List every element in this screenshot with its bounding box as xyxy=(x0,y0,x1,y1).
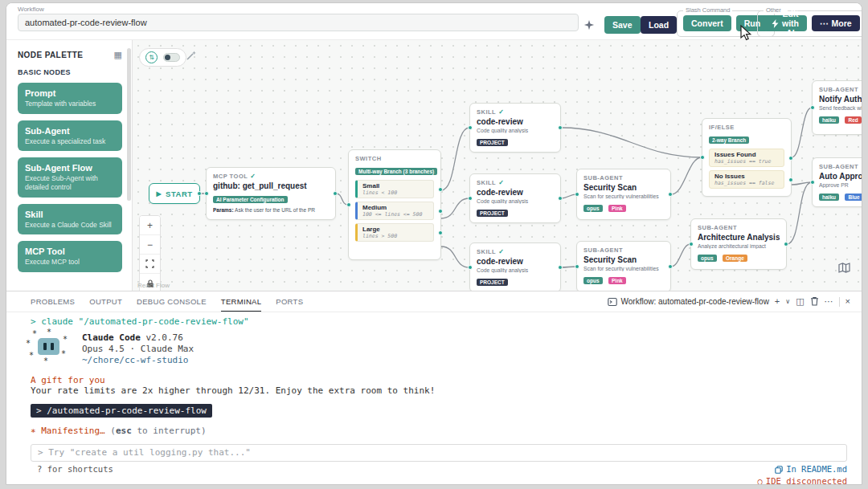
ide-status: ○ IDE disconnected xyxy=(758,476,847,485)
node-skill-1[interactable]: SKILL✓ code-review Code quality analysis… xyxy=(469,103,561,153)
logo-version: v2.0.76 xyxy=(141,332,183,343)
connector-handle[interactable] xyxy=(788,177,793,182)
node-start[interactable]: ▶ START xyxy=(149,183,200,204)
canvas-toggle[interactable] xyxy=(163,53,180,62)
check-icon: ✓ xyxy=(498,179,504,186)
zoom-out-button[interactable]: − xyxy=(140,235,160,255)
file-overlap-icon xyxy=(775,466,783,474)
workflow-name-field: Workflow xyxy=(18,6,579,31)
connector-handle[interactable] xyxy=(788,156,793,161)
connector-handle[interactable] xyxy=(204,191,209,196)
sidebar-scrollbar[interactable] xyxy=(127,48,131,201)
palette-item-mcp-tool[interactable]: MCP Tool Execute MCP tool xyxy=(18,241,122,272)
connector-handle[interactable] xyxy=(558,196,563,201)
palette-item-sub-agent-flow[interactable]: Sub-Agent Flow Execute Sub-Agent with de… xyxy=(18,157,122,197)
connector-handle[interactable] xyxy=(784,242,788,247)
tab-output[interactable]: OUTPUT xyxy=(89,291,122,312)
chevron-down-icon[interactable]: ∨ xyxy=(785,299,790,305)
tab-problems[interactable]: PROBLEMS xyxy=(31,291,75,312)
node-security-scan-1[interactable]: SUB-AGENT Security Scan Scan for securit… xyxy=(576,169,671,220)
node-type-label: MCP TOOL xyxy=(213,173,248,180)
close-panel-icon[interactable]: × xyxy=(845,297,850,306)
workflow-canvas[interactable]: ⇅ + − React Flow ▶ xyxy=(133,40,862,291)
node-skill-2[interactable]: SKILL✓ code-review Code quality analysis… xyxy=(469,173,561,223)
spinner-icon: ∗ xyxy=(31,426,36,436)
zoom-in-button[interactable]: + xyxy=(140,216,160,235)
node-auto-approve[interactable]: SUB-AGENT Auto Approve Approve PR haiku … xyxy=(812,157,862,207)
workflow-name-input[interactable] xyxy=(18,14,579,31)
terminal-actions: Workflow: automated-pr-code-review-flow … xyxy=(608,296,850,308)
node-if-else[interactable]: IF/ELSE 2-way Branch Issues Found has_is… xyxy=(702,118,792,197)
node-mcp-tool[interactable]: MCP TOOL✓ github: get_pull_request AI Pa… xyxy=(206,167,336,220)
panel-tab-bar: PROBLEMS OUTPUT DEBUG CONSOLE TERMINAL P… xyxy=(6,291,862,312)
more-actions-icon[interactable]: ⋯ xyxy=(825,297,833,306)
connector-handle[interactable] xyxy=(558,125,563,130)
new-terminal-icon[interactable]: + xyxy=(775,297,780,306)
connector-handle[interactable] xyxy=(810,105,815,110)
readme-status[interactable]: In README.md xyxy=(775,464,847,475)
trash-icon[interactable] xyxy=(810,296,819,308)
switch-case-medium[interactable]: Medium 100 <= lines <= 500 xyxy=(355,202,434,220)
color-badge: Pink xyxy=(608,205,626,212)
connector-handle[interactable] xyxy=(575,192,579,197)
connector-handle[interactable] xyxy=(333,191,338,196)
split-terminal-icon[interactable]: ◫ xyxy=(796,297,804,306)
canvas-mode-toolbar: ⇅ xyxy=(139,48,186,67)
tab-debug-console[interactable]: DEBUG CONSOLE xyxy=(137,291,207,312)
tab-ports[interactable]: PORTS xyxy=(276,291,303,312)
connector-handle[interactable] xyxy=(668,264,673,269)
fit-view-button[interactable] xyxy=(140,255,160,274)
terminal-output[interactable]: > claude "/automated-pr-code-review-flow… xyxy=(6,312,862,484)
bolt-icon xyxy=(772,19,779,28)
connector-handle[interactable] xyxy=(438,187,443,192)
node-notify-author[interactable]: SUB-AGENT Notify Author Send feedback wi… xyxy=(812,80,862,135)
connector-handle[interactable] xyxy=(558,265,563,270)
edit-with-ai-button[interactable]: Edit with AI xyxy=(764,15,807,31)
terminal-session[interactable]: Workflow: automated-pr-code-review-flow xyxy=(608,297,769,307)
node-skill-3[interactable]: SKILL✓ code-review Code quality analysis… xyxy=(469,242,561,291)
start-label: START xyxy=(166,189,192,198)
status-line: ∗ Manifesting… (esc to interrupt) xyxy=(31,426,847,436)
claude-code-mascot-icon: * * * * * * * xyxy=(31,332,69,367)
load-button[interactable]: Load xyxy=(641,16,677,34)
connector-handle[interactable] xyxy=(468,125,473,130)
slash-command-group-label: Slash Command xyxy=(683,6,732,14)
connector-handle[interactable] xyxy=(689,242,694,247)
switch-case-small[interactable]: Small lines < 100 xyxy=(355,180,434,198)
palette-item-sub-agent[interactable]: Sub-Agent Execute a specialized task xyxy=(18,120,122,152)
connector-handle[interactable] xyxy=(700,155,705,160)
minimap-icon[interactable] xyxy=(838,262,850,276)
magic-wand-icon[interactable] xyxy=(186,50,197,64)
connector-handle[interactable] xyxy=(810,180,815,185)
more-dots-icon: ⋯ xyxy=(820,18,829,28)
convert-button[interactable]: Convert xyxy=(683,15,731,31)
switch-case-large[interactable]: Large lines > 500 xyxy=(355,223,434,242)
palette-item-prompt[interactable]: Prompt Template with variables xyxy=(18,83,122,114)
branch-issues-found[interactable]: Issues Found has_issues == true xyxy=(709,149,784,167)
terminal-input-box[interactable]: > Try "create a util logging.py that..." xyxy=(31,444,847,462)
more-button[interactable]: ⋯ More xyxy=(812,15,860,31)
save-button[interactable]: Save xyxy=(604,16,641,34)
connector-handle[interactable] xyxy=(668,192,673,197)
connector-handle[interactable] xyxy=(346,202,351,207)
connector-handle[interactable] xyxy=(438,209,443,214)
node-switch[interactable]: SWITCH Multi-way Branch (3 branches) Sma… xyxy=(348,149,441,260)
node-architecture-analysis[interactable]: SUB-AGENT Architecture Analysis Analyze … xyxy=(690,218,787,270)
connector-handle[interactable] xyxy=(438,230,443,235)
palette-item-skill[interactable]: Skill Execute a Claude Code Skill xyxy=(18,204,122,235)
sparkle-icon[interactable] xyxy=(583,17,600,33)
zoom-controls: + − xyxy=(139,215,161,291)
palette-section-label: BASIC NODES xyxy=(18,68,122,76)
slash-command-pill: > /automated-pr-code-review-flow xyxy=(31,404,212,418)
connector-handle[interactable] xyxy=(468,265,473,270)
connector-handle[interactable] xyxy=(197,191,202,196)
node-security-scan-2[interactable]: SUB-AGENT Security Scan Scan for securit… xyxy=(576,241,671,291)
grid-view-icon[interactable]: ▦ xyxy=(114,50,122,60)
branch-no-issues[interactable]: No Issues has_issues == false xyxy=(709,170,784,189)
tab-terminal[interactable]: TERMINAL xyxy=(221,291,261,312)
sync-icon[interactable]: ⇅ xyxy=(145,51,158,63)
connector-handle[interactable] xyxy=(575,264,579,269)
app-window: Workflow Save Load Slash Command Convert… xyxy=(6,2,862,485)
color-badge: Pink xyxy=(608,277,626,284)
connector-handle[interactable] xyxy=(468,196,473,201)
